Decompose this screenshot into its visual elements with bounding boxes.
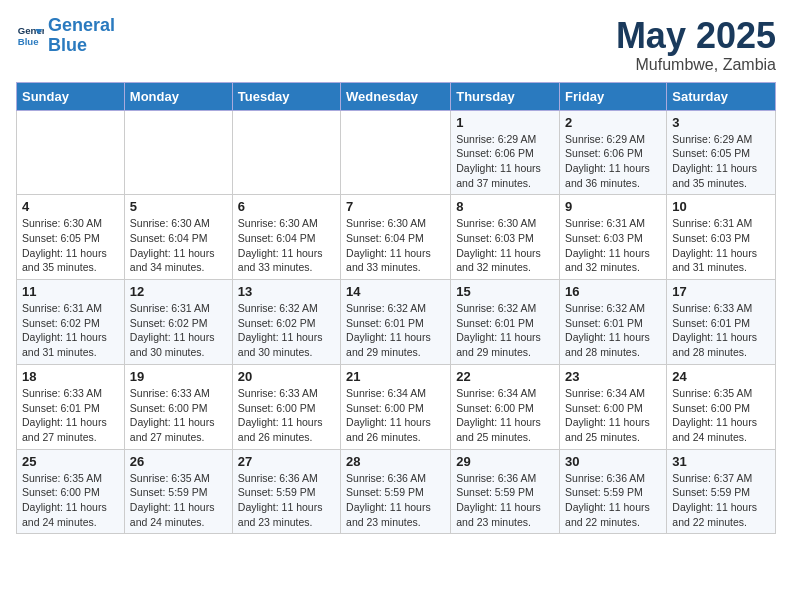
day-number: 16: [565, 284, 661, 299]
day-number: 10: [672, 199, 770, 214]
calendar-week-row: 1Sunrise: 6:29 AMSunset: 6:06 PMDaylight…: [17, 110, 776, 195]
calendar-day-header: Saturday: [667, 82, 776, 110]
day-number: 13: [238, 284, 335, 299]
title-block: May 2025 Mufumbwe, Zambia: [616, 16, 776, 74]
day-info: Sunrise: 6:29 AMSunset: 6:06 PMDaylight:…: [456, 132, 554, 191]
calendar-day-cell: 6Sunrise: 6:30 AMSunset: 6:04 PMDaylight…: [232, 195, 340, 280]
day-number: 26: [130, 454, 227, 469]
day-number: 7: [346, 199, 445, 214]
day-number: 17: [672, 284, 770, 299]
day-info: Sunrise: 6:33 AMSunset: 6:00 PMDaylight:…: [238, 386, 335, 445]
calendar-header-row: SundayMondayTuesdayWednesdayThursdayFrid…: [17, 82, 776, 110]
calendar-day-header: Wednesday: [341, 82, 451, 110]
day-number: 30: [565, 454, 661, 469]
day-info: Sunrise: 6:29 AMSunset: 6:05 PMDaylight:…: [672, 132, 770, 191]
logo-icon: General Blue: [16, 22, 44, 50]
day-info: Sunrise: 6:32 AMSunset: 6:01 PMDaylight:…: [456, 301, 554, 360]
day-info: Sunrise: 6:35 AMSunset: 6:00 PMDaylight:…: [672, 386, 770, 445]
logo-text: General Blue: [48, 16, 115, 56]
calendar-week-row: 18Sunrise: 6:33 AMSunset: 6:01 PMDayligh…: [17, 364, 776, 449]
calendar-day-cell: 25Sunrise: 6:35 AMSunset: 6:00 PMDayligh…: [17, 449, 125, 534]
day-info: Sunrise: 6:36 AMSunset: 5:59 PMDaylight:…: [456, 471, 554, 530]
day-info: Sunrise: 6:30 AMSunset: 6:04 PMDaylight:…: [130, 216, 227, 275]
calendar-day-cell: 7Sunrise: 6:30 AMSunset: 6:04 PMDaylight…: [341, 195, 451, 280]
day-number: 29: [456, 454, 554, 469]
calendar-table: SundayMondayTuesdayWednesdayThursdayFrid…: [16, 82, 776, 535]
calendar-day-cell: 11Sunrise: 6:31 AMSunset: 6:02 PMDayligh…: [17, 280, 125, 365]
calendar-body: 1Sunrise: 6:29 AMSunset: 6:06 PMDaylight…: [17, 110, 776, 534]
day-info: Sunrise: 6:30 AMSunset: 6:04 PMDaylight:…: [346, 216, 445, 275]
day-info: Sunrise: 6:36 AMSunset: 5:59 PMDaylight:…: [565, 471, 661, 530]
day-info: Sunrise: 6:30 AMSunset: 6:04 PMDaylight:…: [238, 216, 335, 275]
day-number: 6: [238, 199, 335, 214]
day-number: 15: [456, 284, 554, 299]
day-number: 11: [22, 284, 119, 299]
calendar-day-cell: 8Sunrise: 6:30 AMSunset: 6:03 PMDaylight…: [451, 195, 560, 280]
day-number: 27: [238, 454, 335, 469]
day-number: 23: [565, 369, 661, 384]
calendar-day-header: Monday: [124, 82, 232, 110]
calendar-day-cell: 1Sunrise: 6:29 AMSunset: 6:06 PMDaylight…: [451, 110, 560, 195]
day-info: Sunrise: 6:33 AMSunset: 6:01 PMDaylight:…: [22, 386, 119, 445]
calendar-day-cell: 23Sunrise: 6:34 AMSunset: 6:00 PMDayligh…: [560, 364, 667, 449]
day-number: 1: [456, 115, 554, 130]
calendar-day-cell: 26Sunrise: 6:35 AMSunset: 5:59 PMDayligh…: [124, 449, 232, 534]
calendar-week-row: 4Sunrise: 6:30 AMSunset: 6:05 PMDaylight…: [17, 195, 776, 280]
day-number: 21: [346, 369, 445, 384]
calendar-day-cell: [17, 110, 125, 195]
calendar-day-cell: 3Sunrise: 6:29 AMSunset: 6:05 PMDaylight…: [667, 110, 776, 195]
calendar-day-cell: 15Sunrise: 6:32 AMSunset: 6:01 PMDayligh…: [451, 280, 560, 365]
calendar-day-cell: 19Sunrise: 6:33 AMSunset: 6:00 PMDayligh…: [124, 364, 232, 449]
calendar-day-cell: [232, 110, 340, 195]
day-info: Sunrise: 6:31 AMSunset: 6:03 PMDaylight:…: [565, 216, 661, 275]
calendar-day-cell: 5Sunrise: 6:30 AMSunset: 6:04 PMDaylight…: [124, 195, 232, 280]
calendar-day-cell: 22Sunrise: 6:34 AMSunset: 6:00 PMDayligh…: [451, 364, 560, 449]
day-number: 2: [565, 115, 661, 130]
day-number: 18: [22, 369, 119, 384]
calendar-day-cell: 29Sunrise: 6:36 AMSunset: 5:59 PMDayligh…: [451, 449, 560, 534]
calendar-day-cell: 14Sunrise: 6:32 AMSunset: 6:01 PMDayligh…: [341, 280, 451, 365]
day-info: Sunrise: 6:36 AMSunset: 5:59 PMDaylight:…: [346, 471, 445, 530]
day-info: Sunrise: 6:31 AMSunset: 6:02 PMDaylight:…: [22, 301, 119, 360]
calendar-day-header: Thursday: [451, 82, 560, 110]
calendar-day-header: Sunday: [17, 82, 125, 110]
day-info: Sunrise: 6:37 AMSunset: 5:59 PMDaylight:…: [672, 471, 770, 530]
calendar-day-cell: 27Sunrise: 6:36 AMSunset: 5:59 PMDayligh…: [232, 449, 340, 534]
calendar-week-row: 11Sunrise: 6:31 AMSunset: 6:02 PMDayligh…: [17, 280, 776, 365]
calendar-day-cell: 12Sunrise: 6:31 AMSunset: 6:02 PMDayligh…: [124, 280, 232, 365]
calendar-day-header: Tuesday: [232, 82, 340, 110]
day-info: Sunrise: 6:34 AMSunset: 6:00 PMDaylight:…: [565, 386, 661, 445]
day-info: Sunrise: 6:35 AMSunset: 5:59 PMDaylight:…: [130, 471, 227, 530]
day-number: 24: [672, 369, 770, 384]
day-info: Sunrise: 6:33 AMSunset: 6:00 PMDaylight:…: [130, 386, 227, 445]
day-number: 31: [672, 454, 770, 469]
calendar-day-cell: 28Sunrise: 6:36 AMSunset: 5:59 PMDayligh…: [341, 449, 451, 534]
day-info: Sunrise: 6:29 AMSunset: 6:06 PMDaylight:…: [565, 132, 661, 191]
day-number: 25: [22, 454, 119, 469]
calendar-day-cell: 18Sunrise: 6:33 AMSunset: 6:01 PMDayligh…: [17, 364, 125, 449]
calendar-day-cell: 16Sunrise: 6:32 AMSunset: 6:01 PMDayligh…: [560, 280, 667, 365]
day-number: 9: [565, 199, 661, 214]
day-info: Sunrise: 6:35 AMSunset: 6:00 PMDaylight:…: [22, 471, 119, 530]
calendar-day-cell: 17Sunrise: 6:33 AMSunset: 6:01 PMDayligh…: [667, 280, 776, 365]
calendar-day-cell: 24Sunrise: 6:35 AMSunset: 6:00 PMDayligh…: [667, 364, 776, 449]
day-info: Sunrise: 6:30 AMSunset: 6:05 PMDaylight:…: [22, 216, 119, 275]
day-number: 8: [456, 199, 554, 214]
page-header: General Blue General Blue May 2025 Mufum…: [16, 16, 776, 74]
day-info: Sunrise: 6:33 AMSunset: 6:01 PMDaylight:…: [672, 301, 770, 360]
calendar-day-cell: 31Sunrise: 6:37 AMSunset: 5:59 PMDayligh…: [667, 449, 776, 534]
calendar-day-cell: [341, 110, 451, 195]
calendar-subtitle: Mufumbwe, Zambia: [616, 56, 776, 74]
day-number: 3: [672, 115, 770, 130]
day-number: 20: [238, 369, 335, 384]
day-info: Sunrise: 6:32 AMSunset: 6:02 PMDaylight:…: [238, 301, 335, 360]
calendar-day-cell: 21Sunrise: 6:34 AMSunset: 6:00 PMDayligh…: [341, 364, 451, 449]
calendar-day-header: Friday: [560, 82, 667, 110]
day-info: Sunrise: 6:31 AMSunset: 6:02 PMDaylight:…: [130, 301, 227, 360]
day-info: Sunrise: 6:31 AMSunset: 6:03 PMDaylight:…: [672, 216, 770, 275]
day-number: 19: [130, 369, 227, 384]
calendar-day-cell: 2Sunrise: 6:29 AMSunset: 6:06 PMDaylight…: [560, 110, 667, 195]
day-info: Sunrise: 6:32 AMSunset: 6:01 PMDaylight:…: [565, 301, 661, 360]
day-info: Sunrise: 6:34 AMSunset: 6:00 PMDaylight:…: [456, 386, 554, 445]
calendar-day-cell: 9Sunrise: 6:31 AMSunset: 6:03 PMDaylight…: [560, 195, 667, 280]
